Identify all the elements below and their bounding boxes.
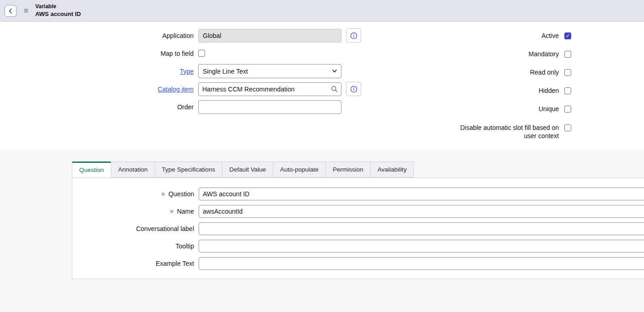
question-input[interactable] (199, 188, 644, 200)
question-tab-panel: ✳ Question ✳ Name ✳ Conversational label… (72, 178, 644, 279)
active-label: Active (541, 32, 559, 39)
record-name-label: AWS account ID (35, 11, 81, 18)
example-text-row: ✳ Example Text (72, 255, 644, 272)
order-field[interactable] (198, 100, 341, 114)
mandatory-label: Mandatory (529, 50, 559, 58)
question-label: Question (168, 190, 194, 198)
name-field-row: ✳ Name (72, 203, 644, 220)
mandatory-checkbox[interactable] (564, 51, 571, 58)
tab-strip: Question Annotation Type Specifications … (72, 161, 644, 178)
form-right-column: Active Mandatory Read only Hidden Unique… (366, 27, 644, 150)
map-to-field-row: Map to field (0, 44, 366, 62)
hidden-row: Hidden (366, 81, 571, 100)
tooltip-row: ✳ Tooltip (72, 237, 644, 255)
unique-row: Unique (366, 100, 571, 118)
name-label: Name (177, 208, 194, 215)
type-select[interactable]: Single Line Text (198, 64, 341, 78)
context-menu-icon[interactable]: ≡ (24, 7, 28, 15)
tab-permission[interactable]: Permission (325, 161, 371, 178)
chevron-left-icon (8, 8, 13, 14)
tab-auto-populate[interactable]: Auto-populate (273, 161, 326, 178)
required-icon: ✳ (161, 191, 166, 197)
disable-slot-fill-checkbox[interactable] (564, 124, 571, 131)
example-text-label: Example Text (156, 260, 194, 267)
unique-label: Unique (539, 105, 559, 113)
hidden-label: Hidden (539, 87, 559, 94)
info-icon (350, 86, 357, 93)
catalog-item-reference-field (198, 82, 341, 96)
tooltip-label: Tooltip (176, 242, 194, 250)
record-type-label: Variable (35, 3, 81, 11)
example-text-input[interactable] (199, 257, 644, 270)
type-row: Type Single Line Text (0, 62, 366, 80)
mandatory-row: Mandatory (366, 45, 571, 63)
application-info-button[interactable] (346, 28, 361, 43)
header: ≡ Variable AWS account ID (0, 0, 644, 22)
map-to-field-label: Map to field (0, 50, 194, 57)
back-button[interactable] (5, 5, 16, 17)
question-field-row: ✳ Question (72, 185, 644, 203)
disable-slot-fill-row: Disable automatic slot fill based on use… (366, 124, 571, 140)
read-only-row: Read only (366, 63, 571, 81)
conversational-label-input[interactable] (199, 222, 644, 235)
tab-annotation[interactable]: Annotation (111, 161, 155, 178)
hidden-checkbox[interactable] (564, 87, 571, 94)
type-label-link[interactable]: Type (0, 68, 194, 75)
form-left-column: Application Map to field Type (0, 27, 366, 150)
variable-form: Application Map to field Type (0, 22, 644, 150)
unique-checkbox[interactable] (564, 106, 571, 113)
info-icon (350, 32, 357, 39)
application-label: Application (0, 32, 194, 39)
order-label: Order (0, 103, 194, 111)
catalog-item-lookup-button[interactable] (327, 83, 341, 96)
catalog-item-input[interactable] (199, 83, 327, 96)
tab-availability[interactable]: Availability (370, 161, 414, 178)
catalog-item-row: Catalog item (0, 80, 366, 98)
name-input[interactable] (199, 205, 644, 218)
order-row: Order (0, 98, 366, 116)
application-field[interactable] (198, 29, 341, 43)
page-title: Variable AWS account ID (35, 3, 81, 18)
disable-slot-fill-label: Disable automatic slot fill based on use… (447, 124, 559, 140)
active-checkbox[interactable] (564, 32, 571, 39)
map-to-field-checkbox[interactable] (198, 50, 205, 57)
catalog-item-info-button[interactable] (346, 82, 361, 96)
tabs-section: Question Annotation Type Specifications … (0, 150, 644, 312)
search-icon (331, 86, 338, 92)
conversational-label-label: Conversational label (136, 225, 194, 232)
conversational-label-row: ✳ Conversational label (72, 220, 644, 237)
tab-default-value[interactable]: Default Value (222, 161, 273, 178)
catalog-item-label-link[interactable]: Catalog item (0, 86, 194, 93)
read-only-label: Read only (530, 69, 559, 76)
active-row: Active (366, 27, 571, 45)
tab-type-specifications[interactable]: Type Specifications (155, 161, 222, 178)
read-only-checkbox[interactable] (564, 69, 571, 76)
tab-question[interactable]: Question (72, 161, 111, 178)
tooltip-input[interactable] (199, 240, 644, 253)
application-row: Application (0, 27, 366, 44)
required-icon: ✳ (169, 209, 174, 215)
